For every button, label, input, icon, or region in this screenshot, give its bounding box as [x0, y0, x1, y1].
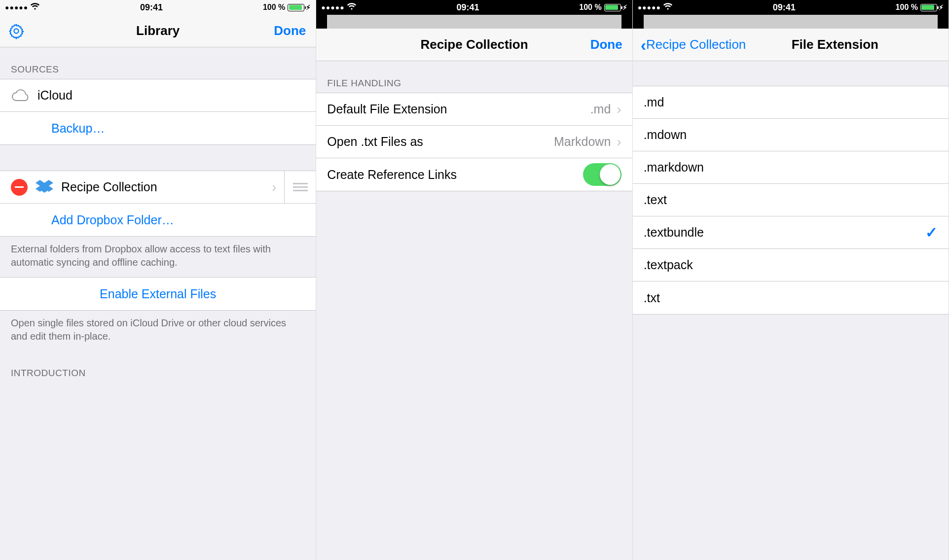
charging-icon: ⚡︎ [306, 3, 311, 11]
charging-icon: ⚡︎ [939, 3, 944, 11]
signal-icon: ●●●●● [5, 3, 28, 11]
default-ext-label: Default File Extension [327, 102, 590, 116]
battery-text: 100 % [579, 3, 601, 12]
backup-button[interactable]: Backup… [0, 112, 316, 144]
ext-option[interactable]: .txt [633, 281, 949, 314]
status-bar: ●●●●● 09:41 100 % ⚡︎ [316, 0, 632, 15]
svg-point-0 [14, 29, 18, 33]
battery-icon [920, 4, 937, 11]
battery-icon [288, 4, 304, 11]
open-txt-value: Markdown [554, 135, 611, 149]
signal-icon: ●●●●● [638, 3, 661, 11]
create-reference-links-row: Create Reference Links [316, 158, 632, 191]
recipe-collection-row[interactable]: Recipe Collection › [0, 171, 316, 204]
ref-links-label: Create Reference Links [327, 168, 583, 182]
done-button[interactable]: Done [274, 15, 306, 47]
status-bar: ●●●●● 09:41 100 % ⚡︎ [633, 0, 949, 15]
status-time: 09:41 [773, 2, 796, 13]
reorder-handle[interactable] [284, 171, 316, 203]
icloud-label: iCloud [37, 88, 305, 103]
chevron-right-icon: › [617, 134, 621, 150]
battery-text: 100 % [896, 3, 918, 12]
wifi-icon [347, 2, 357, 13]
ref-links-toggle[interactable] [583, 163, 621, 186]
ext-option[interactable]: .markdown [633, 151, 949, 184]
status-bar: ●●●●● 09:41 100 % ⚡︎ [0, 0, 316, 15]
ext-option[interactable]: .md [633, 86, 949, 119]
battery-text: 100 % [263, 3, 285, 12]
external-footer: Open single files stored on iCloud Drive… [0, 311, 316, 351]
screen-recipe-collection: ●●●●● 09:41 100 % ⚡︎ Recipe Collection D… [316, 0, 632, 560]
recipe-collection-label: Recipe Collection [61, 180, 272, 194]
nav-bar: ‹ Recipe Collection File Extension [633, 29, 949, 61]
icloud-row[interactable]: iCloud [0, 79, 316, 112]
ext-option[interactable]: .textbundle✓ [633, 216, 949, 249]
signal-icon: ●●●●● [321, 3, 344, 11]
battery-icon [604, 4, 621, 11]
ext-option[interactable]: .mdown [633, 119, 949, 151]
dropbox-icon [35, 180, 54, 195]
section-file-handling-header: FILE HANDLING [316, 61, 632, 93]
screen-library: ●●●●● 09:41 100 % ⚡︎ Library Done SOURCE… [0, 0, 316, 560]
ext-option[interactable]: .text [633, 184, 949, 216]
open-txt-row[interactable]: Open .txt Files as Markdown › [316, 126, 632, 158]
chevron-right-icon: › [272, 179, 276, 195]
section-sources-header: SOURCES [0, 47, 316, 79]
chevron-right-icon: › [617, 102, 621, 117]
ext-option[interactable]: .textpack [633, 249, 949, 281]
dropbox-footer: External folders from Dropbox allow acce… [0, 237, 316, 277]
settings-button[interactable] [8, 15, 25, 47]
nav-bar: Library Done [0, 15, 316, 47]
done-button[interactable]: Done [590, 29, 622, 61]
open-txt-label: Open .txt Files as [327, 135, 554, 149]
enable-external-button[interactable]: Enable External Files [0, 278, 316, 310]
nav-bar: Recipe Collection Done [316, 29, 632, 61]
screen-file-extension: ●●●●● 09:41 100 % ⚡︎ ‹ Recipe Collection… [633, 0, 949, 560]
status-time: 09:41 [456, 2, 479, 13]
back-button[interactable]: ‹ Recipe Collection [641, 29, 746, 61]
cloud-icon [11, 89, 31, 102]
checkmark-icon: ✓ [925, 224, 938, 241]
extension-list: .md .mdown .markdown .text .textbundle✓ … [633, 86, 949, 315]
nav-title: Recipe Collection [420, 37, 528, 52]
wifi-icon [30, 2, 40, 13]
nav-title: Library [136, 23, 180, 38]
wifi-icon [663, 2, 673, 13]
charging-icon: ⚡︎ [622, 3, 627, 11]
section-intro-header: INTRODUCTION [0, 351, 316, 383]
add-dropbox-button[interactable]: Add Dropbox Folder… [0, 204, 316, 236]
nav-title: File Extension [792, 37, 878, 52]
chevron-left-icon: ‹ [641, 36, 646, 53]
delete-icon[interactable] [11, 179, 28, 196]
default-file-extension-row[interactable]: Default File Extension .md › [316, 93, 632, 126]
default-ext-value: .md [590, 102, 611, 116]
status-time: 09:41 [140, 2, 163, 13]
